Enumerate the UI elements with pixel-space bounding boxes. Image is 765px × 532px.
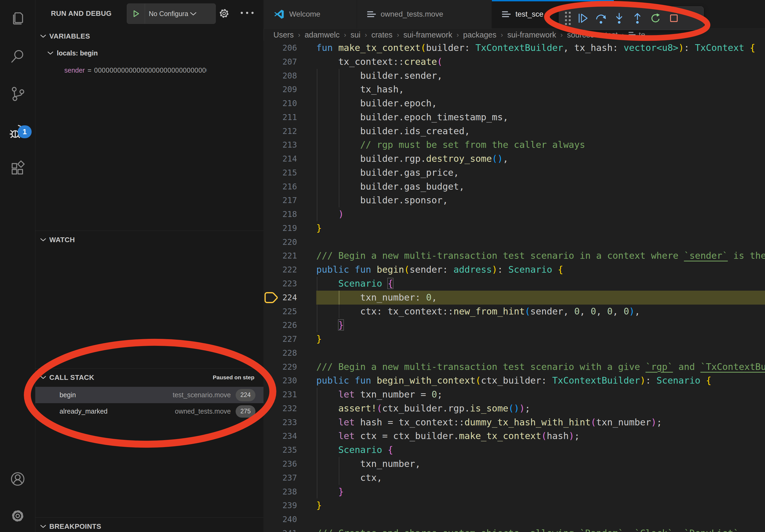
code-line: 237 ctx, [264,471,765,485]
line-number: 231 [279,388,297,401]
sidebar-item-run-and-debug[interactable]: 1 [0,116,35,148]
frame-file: test_scenario.move [173,391,231,399]
glyph-margin [264,111,279,124]
line-number: 241 [279,526,297,532]
variable-row[interactable]: sender = 000000000000000000000000000000… [35,63,264,77]
glyph-margin [264,346,279,360]
glyph-margin [264,41,279,55]
glyph-margin [264,374,279,388]
step-into-button[interactable] [610,9,628,28]
tab-owned-tests[interactable]: owned_tests.move [357,0,492,28]
code-line: 239} [264,498,765,512]
chevron-down-icon [47,51,54,55]
step-over-icon [595,12,607,24]
restart-button[interactable] [646,9,665,28]
line-number: 239 [279,498,297,512]
vscode-window: 1 [0,0,765,532]
step-into-icon [613,12,625,24]
code-editor[interactable]: 206fun make_tx_context(builder: TxContex… [264,41,765,532]
line-number: 240 [279,512,297,526]
breadcrumb-item[interactable]: packages [463,31,496,39]
breakpoints-section-header[interactable]: BREAKPOINTS [35,520,264,532]
line-number: 233 [279,415,297,429]
account-button[interactable] [0,463,35,496]
breadcrumb-item[interactable]: Users [274,31,294,39]
debug-badge: 1 [18,126,32,138]
breadcrumb-separator: › [501,31,503,39]
breadcrumb-item[interactable]: test [605,31,618,39]
breakpoints-header-label: BREAKPOINTS [49,522,101,531]
code-line: 208 builder.sender, [264,69,765,83]
chevron-down-icon [40,376,46,379]
line-number: 238 [279,485,297,499]
line-number: 211 [279,111,297,124]
call-stack-frame[interactable]: already_markedowned_tests.move275 [35,403,264,419]
glyph-margin [264,263,279,277]
line-number: 222 [279,263,297,277]
chevron-down-icon [40,34,46,38]
tab-label: owned_tests.move [381,10,443,19]
line-number: 215 [279,166,297,180]
breadcrumb-separator: › [397,31,399,39]
glyph-margin [264,180,279,194]
tab-label: test_sce [515,10,543,19]
glyph-margin [264,388,279,401]
variable-value: 000000000000000000000000000000… [94,67,207,74]
more-actions-icon[interactable] [241,12,257,16]
debug-settings-gear[interactable] [218,7,231,20]
line-number: 230 [279,374,297,388]
call-stack-section-header[interactable]: CALL STACK Paused on step [35,371,264,384]
variables-section-header[interactable]: VARIABLES [35,30,264,43]
call-stack-frame[interactable]: begintest_scenario.move224 [35,387,264,403]
glyph-margin [264,498,279,512]
sidebar-item-explorer[interactable] [0,3,35,35]
sidebar-item-search[interactable] [0,41,35,73]
code-line: 217 builder.sponsor, [264,193,765,207]
breadcrumb-file[interactable]: te [639,31,645,39]
glyph-margin [264,207,279,221]
code-line: 232 assert!(ctx_builder.rgp.is_some()); [264,401,765,415]
stop-button[interactable] [665,9,683,28]
extensions-icon [9,160,26,178]
glyph-margin [264,332,279,346]
step-over-button[interactable] [592,9,610,28]
tab-welcome[interactable]: Welcome [264,0,357,28]
account-icon [9,471,26,488]
variable-name: sender [64,67,85,74]
sidebar-item-extensions[interactable] [0,153,35,185]
breadcrumb-item[interactable]: sui-framework [403,31,452,39]
line-number: 216 [279,180,297,194]
line-number: 214 [279,152,297,166]
frame-function: already_marked [60,407,108,415]
frame-line-badge: 275 [236,405,256,417]
glyph-margin [264,471,279,485]
continue-button[interactable] [574,9,592,28]
step-out-button[interactable] [628,9,646,28]
breadcrumb-item[interactable]: sources [567,31,594,39]
line-number: 209 [279,83,297,97]
code-line: 238 } [264,485,765,499]
watch-section-header[interactable]: WATCH [35,233,264,246]
frame-line-badge: 224 [236,389,256,401]
code-line: 226 } [264,318,765,332]
drag-handle-icon[interactable] [562,9,574,28]
paused-line-marker-icon [264,291,279,304]
breadcrumb-separator: › [622,31,624,39]
start-debug-button[interactable] [127,4,145,24]
debug-configuration-select[interactable]: No Configura [127,3,216,24]
code-line: 222public fun begin(sender: address): Sc… [264,263,765,277]
settings-button[interactable] [0,500,35,532]
code-line: 227} [264,332,765,346]
breadcrumb-item[interactable]: crates [371,31,392,39]
code-line: 210 builder.epoch, [264,97,765,111]
breadcrumb-item[interactable]: sui-framework [507,31,556,39]
chevron-down-icon [40,238,46,242]
glyph-margin [264,443,279,457]
breadcrumb-separator: › [298,31,301,39]
breadcrumb-item[interactable]: sui [351,31,361,39]
line-number: 228 [279,346,297,360]
sidebar-item-source-control[interactable] [0,78,35,111]
variables-scope-row[interactable]: locals: begin [35,46,264,60]
breadcrumb-item[interactable]: adamwelc [305,31,340,39]
glyph-margin [264,457,279,471]
